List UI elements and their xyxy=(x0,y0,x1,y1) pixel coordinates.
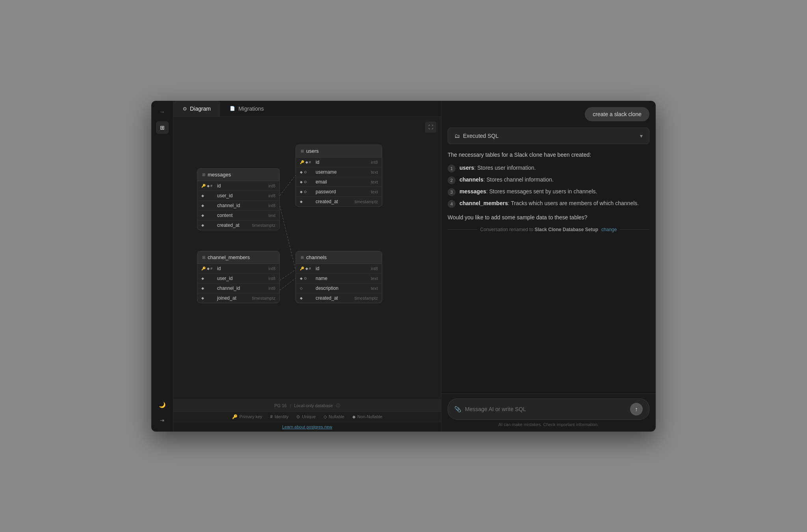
field-name: password xyxy=(316,189,369,195)
field-name: email xyxy=(316,179,369,185)
field-type: timestamptz xyxy=(252,296,275,300)
list-item: 4 channel_members: Tracks which users ar… xyxy=(448,199,649,208)
tabs-bar: ⊙ Diagram 📄 Migrations xyxy=(173,101,441,117)
table-row: ◆ joined_at timestamptz xyxy=(197,293,279,303)
status-separator: | xyxy=(290,403,291,408)
sidebar-collapse-btn[interactable]: → xyxy=(156,106,169,118)
migrations-tab-label: Migrations xyxy=(238,106,264,112)
list-text-4: channel_members: Tracks which users are … xyxy=(459,199,639,208)
sidebar-logout-btn[interactable]: ⇥ xyxy=(156,414,169,427)
list-num-1: 1 xyxy=(448,165,456,172)
field-icons: ◆ ⊙ xyxy=(300,276,314,280)
field-type: timestamptz xyxy=(355,296,378,300)
right-panel-scroll: create a slack clone 🗂 Executed SQL ▾ Th… xyxy=(441,101,656,393)
field-type: int8 xyxy=(268,203,275,208)
table-row: ◆ content text xyxy=(197,211,279,221)
primary-key-label: Primary key xyxy=(240,414,262,419)
collapse-icon: → xyxy=(160,109,165,115)
expand-icon: ⛶ xyxy=(428,124,433,130)
rename-line-right xyxy=(620,229,649,230)
table-messages: ⊞ messages 🔑 ◆ # id int8 ◆ user_id int8 xyxy=(197,168,280,230)
attachment-icon[interactable]: 📎 xyxy=(454,406,461,412)
table-row: ◆ user_id int8 xyxy=(197,274,279,284)
field-name: description xyxy=(316,285,369,291)
identity-icon: # xyxy=(270,414,273,419)
field-type: text xyxy=(371,170,378,174)
field-type: text xyxy=(371,180,378,184)
sidebar-schema-btn[interactable]: ⊞ xyxy=(156,121,169,134)
table-channel-members: ⊞ channel_members 🔑 ◆ # id int8 ◆ user_i… xyxy=(197,251,280,303)
list-item: 2 channels: Stores channel information. xyxy=(448,176,649,184)
sql-icon: 🗂 xyxy=(454,133,460,139)
list-num-4: 4 xyxy=(448,200,456,208)
migrations-tab-icon: 📄 xyxy=(230,106,235,111)
field-name: channel_id xyxy=(217,203,267,208)
send-button[interactable]: ↑ xyxy=(630,403,643,415)
list-num-2: 2 xyxy=(448,176,456,184)
layout-row: ⊙ Diagram 📄 Migrations ⛶ xyxy=(173,101,656,432)
chat-input[interactable] xyxy=(465,406,626,412)
field-name: id xyxy=(217,266,267,271)
svg-line-0 xyxy=(280,175,296,196)
field-type: int8 xyxy=(371,160,378,165)
field-name: created_at xyxy=(316,199,353,204)
db-type: Local-only database xyxy=(294,403,333,408)
sidebar: → ⊞ 🌙 ⇥ xyxy=(151,101,173,432)
field-type: int8 xyxy=(268,193,275,198)
table-row: ◇ description text xyxy=(296,284,382,293)
table-row: ◆ channel_id int8 xyxy=(197,201,279,211)
rename-change-link[interactable]: change xyxy=(601,227,617,232)
send-icon: ↑ xyxy=(635,406,638,412)
field-icons: 🔑 ◆ # xyxy=(201,267,216,271)
table-row: ◆ user_id int8 xyxy=(197,191,279,201)
executed-sql-label: 🗂 Executed SQL xyxy=(454,133,498,139)
table-row: 🔑 ◆ # id int8 xyxy=(296,158,382,167)
executed-sql-dropdown[interactable]: 🗂 Executed SQL ▾ xyxy=(448,128,649,144)
table-channels: ⊞ channels 🔑 ◆ # id int8 ◆ ⊙ name text xyxy=(296,251,382,303)
field-name: user_id xyxy=(217,193,267,198)
tab-diagram[interactable]: ⊙ Diagram xyxy=(173,101,220,117)
logout-icon: ⇥ xyxy=(160,417,164,423)
chat-footer: 📎 ↑ AI can make mistakes. Check importan… xyxy=(441,393,656,432)
rename-text: Conversation renamed to Slack Clone Data… xyxy=(480,227,598,232)
chevron-down-icon: ▾ xyxy=(640,133,643,139)
app-window: → ⊞ 🌙 ⇥ ⊙ Diagram xyxy=(151,101,656,432)
expand-button[interactable]: ⛶ xyxy=(425,122,436,133)
nullable-icon: ◇ xyxy=(324,414,327,419)
table-channels-title: channels xyxy=(306,254,327,260)
sidebar-moon-btn[interactable]: 🌙 xyxy=(156,399,169,411)
pg-version: PG 16 xyxy=(274,403,286,408)
table-messages-header: ⊞ messages xyxy=(197,169,279,181)
list-item: 1 users: Stores user information. xyxy=(448,164,649,172)
field-name: id xyxy=(217,183,267,189)
left-panel: ⊙ Diagram 📄 Migrations ⛶ xyxy=(173,101,441,432)
table-users-header: ⊞ users xyxy=(296,145,382,158)
status-bar: PG 16 | Local-only database ⓘ xyxy=(173,399,441,412)
field-type: timestamptz xyxy=(252,223,275,228)
table-row: ◆ ⊙ name text xyxy=(296,274,382,284)
diagram-tab-label: Diagram xyxy=(190,106,211,112)
field-icons: ◇ xyxy=(300,286,314,290)
identity-label: Identity xyxy=(275,414,288,419)
svg-line-3 xyxy=(280,278,296,290)
primary-key-icon: 🔑 xyxy=(232,414,238,419)
field-icons: ◆ xyxy=(201,286,216,290)
table-row: 🔑 ◆ # id int8 xyxy=(197,181,279,191)
nullable-label: Nullable xyxy=(329,414,344,419)
unique-icon: ⊙ xyxy=(296,414,300,419)
legend-unique: ⊙ Unique xyxy=(296,414,316,419)
create-slack-clone-button[interactable]: create a slack clone xyxy=(585,107,649,121)
table-messages-title: messages xyxy=(208,172,231,178)
moon-icon: 🌙 xyxy=(159,402,165,408)
non-nullable-icon: ◆ xyxy=(352,414,355,419)
tab-migrations[interactable]: 📄 Migrations xyxy=(220,101,273,117)
list-text-1: users: Stores user information. xyxy=(459,164,536,172)
list-text-3: messages: Stores messages sent by users … xyxy=(459,187,597,196)
field-type: timestamptz xyxy=(355,199,378,204)
rename-line-left xyxy=(448,229,477,230)
table-icon: ⊞ xyxy=(202,255,205,260)
table-icon: ⊞ xyxy=(301,255,304,260)
field-icons: 🔑 ◆ # xyxy=(201,184,216,188)
learn-link[interactable]: Learn about postgres.new xyxy=(173,422,441,432)
field-type: text xyxy=(268,213,275,218)
